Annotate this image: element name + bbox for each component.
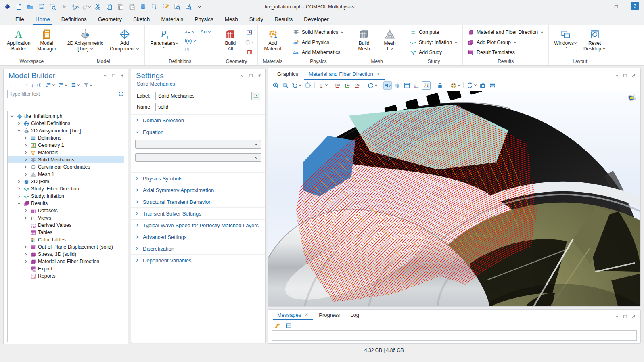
delete-button[interactable]: [138, 2, 148, 12]
menu-tab-results[interactable]: Results: [269, 13, 298, 25]
expand-arrow-icon[interactable]: [16, 121, 21, 126]
close-tab-icon[interactable]: ✕: [304, 312, 308, 318]
messages-tab-log[interactable]: Log: [345, 310, 364, 320]
expand-arrow-icon[interactable]: [23, 252, 28, 256]
reset-button[interactable]: ResetDesktop: [581, 27, 608, 52]
panel-pin-button[interactable]: [631, 73, 636, 80]
graphics-canvas[interactable]: [268, 91, 640, 306]
messages-tab-messages[interactable]: Messages✕: [272, 310, 314, 320]
filter-button[interactable]: [83, 82, 93, 88]
tree-item-definitions[interactable]: Definitions: [8, 134, 124, 142]
view-xz-button[interactable]: xz: [353, 81, 362, 90]
find-button[interactable]: [172, 2, 182, 12]
equation-form-select[interactable]: [135, 140, 261, 149]
tree-item-tire-inflation-mph[interactable]: tire_inflation.mph: [8, 113, 124, 120]
add-button[interactable]: AddMaterial: [260, 27, 285, 52]
definitions-fx-button[interactable]: f(x): [184, 38, 196, 44]
panel-menu-button[interactable]: [614, 73, 619, 80]
panel-float-button[interactable]: [623, 314, 628, 320]
sync-button[interactable]: [245, 38, 254, 46]
save-button[interactable]: [36, 2, 46, 12]
expand-arrow-icon[interactable]: [23, 158, 28, 162]
solid-mechanics-button[interactable]: Solid Mechanics: [291, 27, 346, 37]
definitions-a-button[interactable]: a=: [184, 29, 196, 35]
view-yz-button[interactable]: yz: [343, 81, 352, 90]
tree-item-tables[interactable]: Tables: [8, 229, 124, 236]
section-typical-wave-speed-for-perfectly-matched-layers[interactable]: Typical Wave Speed for Perfectly Matched…: [131, 220, 265, 231]
menu-tab-developer[interactable]: Developer: [298, 13, 335, 25]
tree-item-study-inflation[interactable]: Study: Inflation: [8, 193, 124, 200]
expand-arrow-icon[interactable]: [23, 209, 28, 213]
tree-item-global-definitions[interactable]: Global Definitions: [8, 120, 124, 127]
build-button[interactable]: BuildAll: [218, 27, 243, 52]
panel-float-button[interactable]: [111, 73, 116, 80]
definitions-u-button[interactable]: Δu: [201, 29, 211, 35]
tree-item-results[interactable]: Results: [8, 200, 124, 207]
redo-button[interactable]: [82, 2, 91, 12]
tree-item-views[interactable]: Views: [8, 214, 124, 222]
compute-button[interactable]: Compute: [408, 27, 460, 37]
menu-tab-definitions[interactable]: Definitions: [56, 13, 92, 25]
tree-node-settings-button[interactable]: [71, 82, 80, 88]
tree-item-material-and-fiber-direction[interactable]: Material and Fiber Direction: [8, 258, 124, 265]
nav-back-button[interactable]: ←: [8, 82, 14, 88]
panel-pin-button[interactable]: [119, 73, 125, 80]
add-plot-group-button[interactable]: Add Plot Group: [465, 38, 546, 47]
nav-forward-button[interactable]: →: [17, 82, 23, 88]
collapse-arrow-icon[interactable]: [16, 201, 21, 205]
section-dependent-variables[interactable]: Dependent Variables: [131, 255, 265, 266]
undo-button[interactable]: [70, 2, 80, 12]
expand-arrow-icon[interactable]: [23, 165, 28, 169]
wireframe-button[interactable]: [403, 81, 411, 90]
run-button[interactable]: [59, 2, 69, 12]
add-study-button[interactable]: Add Study: [408, 48, 460, 57]
menu-tab-physics[interactable]: Physics: [189, 13, 219, 25]
menu-tab-sketch[interactable]: Sketch: [128, 13, 155, 25]
plot-thumbnail-icon[interactable]: [627, 94, 636, 102]
panel-menu-button[interactable]: [102, 73, 108, 80]
maximize-button[interactable]: □: [607, 0, 625, 13]
panel-menu-button[interactable]: [240, 73, 245, 80]
snapshot-button[interactable]: [479, 81, 487, 90]
rename-button[interactable]: [251, 92, 260, 100]
name-field-input[interactable]: [155, 103, 248, 111]
result-templates-button[interactable]: Result Templates: [465, 48, 546, 57]
tree-item-derived-values[interactable]: 8.85e-12Derived Values: [8, 222, 124, 229]
windows-button[interactable]: Windows: [551, 27, 580, 49]
color-legend-button[interactable]: [422, 81, 431, 90]
rotate-button[interactable]: [367, 81, 378, 90]
open-file-button[interactable]: [25, 2, 35, 12]
section-physics-symbols[interactable]: Physics Symbols: [131, 173, 265, 184]
expand-arrow-icon[interactable]: [16, 180, 21, 184]
zoom-in-button[interactable]: [272, 81, 280, 90]
axis-orientation-button[interactable]: [412, 81, 421, 90]
zoom-out-button[interactable]: [281, 81, 290, 90]
clear-messages-button[interactable]: [273, 321, 281, 330]
collapse-arrow-icon[interactable]: [9, 114, 15, 118]
fence-button[interactable]: [245, 48, 254, 56]
material-and-fiber-direction-button[interactable]: Material and Fiber Direction: [465, 27, 546, 37]
expand-arrow-icon[interactable]: [23, 143, 28, 147]
show-button[interactable]: [37, 82, 43, 88]
show-equation-select[interactable]: [135, 153, 261, 162]
menu-tab-file[interactable]: File: [10, 13, 30, 25]
tree-item-stress-3d-solid-[interactable]: Stress, 3D (solid): [8, 251, 124, 258]
graphics-tab-material-and-fiber-direction[interactable]: Material and Fiber Direction✕: [303, 68, 386, 80]
view-xy-button[interactable]: xy: [334, 81, 342, 90]
zoom-extents-button[interactable]: [303, 81, 312, 90]
zoom-box-button[interactable]: [291, 81, 302, 90]
image-settings-button[interactable]: [450, 81, 461, 90]
expand-arrow-icon[interactable]: [23, 151, 28, 155]
model-button[interactable]: ModelManager: [34, 27, 59, 52]
expand-arrow-icon[interactable]: [23, 259, 28, 264]
help-button[interactable]: ?: [631, 2, 639, 10]
highlight-box-button[interactable]: [161, 2, 170, 12]
tree-item-study-fiber-direction[interactable]: Study: Fiber Direction: [8, 185, 124, 193]
graphics-tab-graphics[interactable]: Graphics: [272, 68, 303, 80]
expand-arrow-icon[interactable]: [23, 245, 28, 249]
parameters-button[interactable]: PiParameters: [147, 27, 181, 49]
refresh-filter-icon[interactable]: [118, 90, 124, 98]
section-equation[interactable]: Equation: [131, 126, 265, 138]
messages-tab-progress[interactable]: Progress: [314, 310, 345, 320]
lock-view-button[interactable]: [436, 81, 444, 90]
